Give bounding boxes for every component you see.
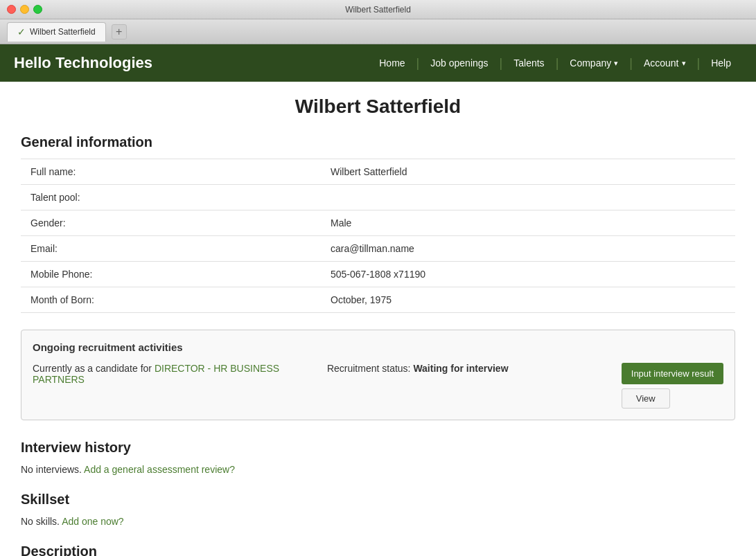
new-tab-button[interactable]: + [112, 24, 127, 39]
recruitment-candidate-info: Currently as a candidate for DIRECTOR - … [33, 363, 313, 385]
no-skills-text: No skills. [21, 516, 60, 527]
account-chevron-icon: ▾ [682, 59, 686, 68]
window-title: Wilbert Satterfield [345, 5, 411, 15]
field-value-email: cara@tillman.name [321, 236, 735, 262]
minimize-button[interactable] [20, 5, 29, 14]
recruitment-activities-box: Ongoing recruitment activities Currently… [21, 330, 735, 420]
field-label-email: Email: [21, 236, 321, 262]
field-label-talentpool: Talent pool: [21, 185, 321, 210]
nav-account[interactable]: Account ▾ [633, 57, 697, 69]
field-label-gender: Gender: [21, 210, 321, 236]
field-value-fullname: Wilbert Satterfield [321, 159, 735, 185]
field-label-phone: Mobile Phone: [21, 262, 321, 287]
plus-icon: + [116, 26, 122, 38]
general-info-section: General information Full name: Wilbert S… [21, 134, 735, 313]
no-interviews-text: No interviews. [21, 464, 82, 475]
status-value: Waiting for interview [413, 363, 508, 374]
skillset-heading: Skillset [21, 492, 735, 508]
table-row: Gender: Male [21, 210, 735, 236]
field-value-phone: 505-067-1808 x71190 [321, 262, 735, 287]
company-chevron-icon: ▾ [614, 59, 618, 68]
status-label: Recruitment status: [327, 363, 411, 374]
nav-company[interactable]: Company ▾ [559, 57, 629, 69]
description-heading: Description [21, 544, 735, 556]
tab-check-icon: ✓ [17, 26, 26, 37]
skillset-section: Skillset No skills. Add one now? [21, 492, 735, 527]
table-row: Full name: Wilbert Satterfield [21, 159, 735, 185]
add-skill-link[interactable]: Add one now? [62, 516, 124, 527]
field-label-fullname: Full name: [21, 159, 321, 185]
skillset-text: No skills. Add one now? [21, 516, 735, 527]
browser-chrome: ✓ Wilbert Satterfield + [0, 19, 756, 44]
field-value-talentpool [321, 185, 735, 210]
view-button[interactable]: View [622, 388, 670, 409]
recruitment-status: Recruitment status: Waiting for intervie… [327, 363, 608, 374]
table-row: Mobile Phone: 505-067-1808 x71190 [21, 262, 735, 287]
nav-talents[interactable]: Talents [502, 57, 555, 69]
field-value-gender: Male [321, 210, 735, 236]
navbar-links: Home | Job openings | Talents | Company … [368, 56, 742, 71]
page-title: Wilbert Satterfield [21, 96, 735, 118]
nav-help[interactable]: Help [700, 57, 742, 69]
info-table: Full name: Wilbert Satterfield Talent po… [21, 159, 735, 313]
interview-history-text: No interviews. Add a general assessment … [21, 464, 735, 475]
field-value-dob: October, 1975 [321, 287, 735, 313]
browser-tab[interactable]: ✓ Wilbert Satterfield [7, 22, 106, 42]
maximize-button[interactable] [33, 5, 42, 14]
recruitment-row: Currently as a candidate for DIRECTOR - … [33, 363, 723, 409]
interview-history-heading: Interview history [21, 440, 735, 456]
field-label-dob: Month of Born: [21, 287, 321, 313]
table-row: Email: cara@tillman.name [21, 236, 735, 262]
table-row: Talent pool: [21, 185, 735, 210]
nav-job-openings[interactable]: Job openings [419, 57, 499, 69]
input-interview-result-button[interactable]: Input interview result [622, 363, 723, 384]
close-button[interactable] [7, 5, 16, 14]
description-section: Description [21, 544, 735, 556]
page-content: Wilbert Satterfield General information … [0, 82, 756, 556]
title-bar: Wilbert Satterfield [0, 0, 756, 19]
nav-home[interactable]: Home [368, 57, 416, 69]
table-row: Month of Born: October, 1975 [21, 287, 735, 313]
recruitment-heading: Ongoing recruitment activities [33, 341, 723, 353]
recruitment-actions: Input interview result View [622, 363, 723, 409]
window-controls [7, 5, 42, 14]
interview-history-section: Interview history No interviews. Add a g… [21, 440, 735, 475]
tab-label: Wilbert Satterfield [30, 27, 96, 37]
candidate-text: Currently as a candidate for [33, 363, 152, 374]
general-info-heading: General information [21, 134, 735, 150]
navbar: Hello Technologies Home | Job openings |… [0, 44, 756, 82]
add-assessment-link[interactable]: Add a general assessment review? [84, 464, 235, 475]
navbar-brand[interactable]: Hello Technologies [14, 54, 152, 72]
